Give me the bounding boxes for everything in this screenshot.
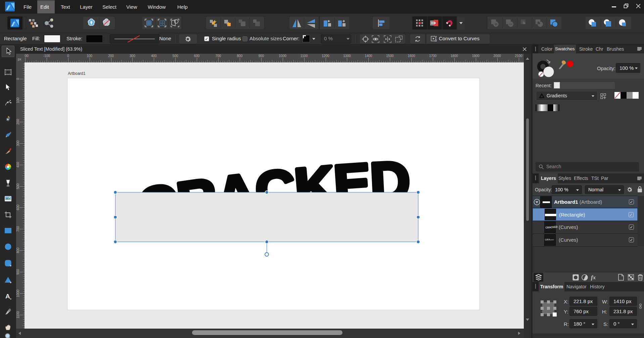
- svg-text:A: A: [5, 293, 10, 300]
- svg-text:fx: fx: [591, 274, 596, 281]
